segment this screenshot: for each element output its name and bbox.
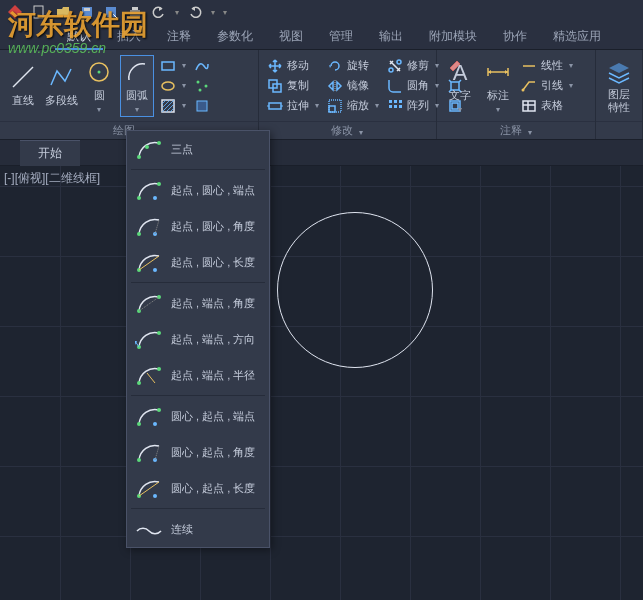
svg-rect-4 — [130, 10, 140, 16]
tab-view[interactable]: 视图 — [267, 24, 315, 49]
arc-continue[interactable]: 连续 — [127, 511, 269, 547]
svg-line-6 — [13, 67, 33, 87]
move-button[interactable]: 移动 — [265, 57, 321, 75]
arc-start-center-length[interactable]: 起点 , 圆心 , 长度 — [127, 244, 269, 280]
svg-text:A: A — [452, 60, 467, 85]
doc-tab-start[interactable]: 开始 — [20, 140, 80, 166]
panel-annotation-label: 注释 — [500, 123, 522, 138]
polyline-label: 多段线 — [45, 93, 78, 108]
copy-button[interactable]: 复制 — [265, 77, 321, 95]
svg-point-44 — [137, 232, 141, 236]
fillet-button[interactable]: 圆角▾ — [385, 77, 441, 95]
saveas-icon[interactable] — [100, 2, 122, 22]
region-button[interactable] — [192, 97, 212, 115]
svg-rect-5 — [132, 7, 138, 10]
tab-insert[interactable]: 插入 — [105, 24, 153, 49]
scale-button[interactable]: 缩放▾ — [325, 97, 381, 115]
undo-icon[interactable] — [148, 2, 170, 22]
svg-rect-26 — [389, 105, 392, 108]
redo-dropdown-icon[interactable]: ▾ — [208, 2, 218, 22]
svg-rect-24 — [394, 100, 397, 103]
svg-point-39 — [145, 145, 149, 149]
arc-start-center-angle[interactable]: 起点 , 圆心 , 角度 — [127, 208, 269, 244]
arc-center-start-end[interactable]: 圆心 , 起点 , 端点 — [127, 398, 269, 434]
linear-button[interactable]: 线性▾ — [519, 57, 575, 75]
svg-point-34 — [521, 88, 524, 91]
arc-button[interactable]: 圆弧 ▾ — [120, 55, 154, 117]
svg-point-56 — [153, 422, 157, 426]
arc-start-end-radius[interactable]: 起点 , 端点 , 半径 — [127, 357, 269, 393]
tab-manage[interactable]: 管理 — [317, 24, 365, 49]
svg-rect-25 — [399, 100, 402, 103]
arc-center-start-angle[interactable]: 圆心 , 起点 , 角度 — [127, 434, 269, 470]
ribbon: 直线 多段线 圆 ▾ 圆弧 ▾ ▾ ▾ ▾ — [0, 50, 643, 140]
arc-start-center-end[interactable]: 起点 , 圆心 , 端点 — [127, 172, 269, 208]
svg-point-53 — [137, 381, 141, 385]
array-button[interactable]: 阵列▾ — [385, 97, 441, 115]
tab-annotate[interactable]: 注释 — [155, 24, 203, 49]
quick-access-toolbar: ▾ ▾ ▾ — [0, 0, 643, 24]
plot-icon[interactable] — [124, 2, 146, 22]
tab-addins[interactable]: 附加模块 — [417, 24, 489, 49]
ribbon-tabs: 默认 插入 注释 参数化 视图 管理 输出 附加模块 协作 精选应用 — [0, 24, 643, 50]
svg-rect-19 — [329, 106, 335, 112]
point-button[interactable] — [192, 77, 212, 95]
tab-collaborate[interactable]: 协作 — [491, 24, 539, 49]
table-button[interactable]: 表格 — [519, 97, 575, 115]
arc-start-end-direction[interactable]: 起点 , 端点 , 方向 — [127, 321, 269, 357]
panel-layers: 图层 特性 — [596, 50, 643, 139]
stretch-button[interactable]: 拉伸▾ — [265, 97, 321, 115]
view-label[interactable]: [-][俯视][二维线框] — [4, 170, 100, 187]
tab-featured[interactable]: 精选应用 — [541, 24, 613, 49]
dim-label: 标注 — [487, 88, 509, 103]
tab-default[interactable]: 默认 — [55, 24, 103, 49]
svg-point-41 — [137, 196, 141, 200]
qat-customize-icon[interactable]: ▾ — [220, 2, 230, 22]
ellipse-button[interactable]: ▾ — [158, 77, 188, 95]
mirror-button[interactable]: 镜像 — [325, 77, 381, 95]
new-icon[interactable] — [28, 2, 50, 22]
text-button[interactable]: A 文字 ▾ — [443, 58, 477, 114]
tab-output[interactable]: 输出 — [367, 24, 415, 49]
svg-point-42 — [153, 196, 157, 200]
svg-point-22 — [397, 60, 401, 64]
trim-button[interactable]: 修剪▾ — [385, 57, 441, 75]
leader-button[interactable]: 引线▾ — [519, 77, 575, 95]
svg-point-61 — [153, 494, 157, 498]
svg-rect-15 — [197, 101, 207, 111]
undo-dropdown-icon[interactable]: ▾ — [172, 2, 182, 22]
line-button[interactable]: 直线 — [6, 63, 40, 108]
dimension-button[interactable]: 标注 ▾ — [481, 58, 515, 114]
arc-center-start-length[interactable]: 圆心 , 起点 , 长度 — [127, 470, 269, 506]
rotate-button[interactable]: 旋转 — [325, 57, 381, 75]
document-tabs: 开始 + — [0, 140, 643, 166]
text-label: 文字 — [449, 88, 471, 103]
layer-props-label: 图层 特性 — [608, 88, 630, 112]
arc-start-end-angle[interactable]: 起点 , 端点 , 角度 — [127, 285, 269, 321]
line-label: 直线 — [12, 93, 34, 108]
svg-point-38 — [137, 155, 141, 159]
svg-point-43 — [157, 182, 161, 186]
svg-point-58 — [157, 408, 161, 412]
rectangle-button[interactable]: ▾ — [158, 57, 188, 75]
svg-point-21 — [389, 68, 393, 72]
app-menu-icon[interactable] — [4, 2, 26, 22]
svg-point-54 — [157, 367, 161, 371]
tab-parametric[interactable]: 参数化 — [205, 24, 265, 49]
svg-point-47 — [153, 268, 157, 272]
drawing-area[interactable]: [-][俯视][二维线框] — [0, 166, 643, 600]
svg-point-60 — [137, 458, 141, 462]
polyline-button[interactable]: 多段线 — [44, 63, 78, 108]
open-icon[interactable] — [52, 2, 74, 22]
svg-point-13 — [205, 84, 208, 87]
drawn-circle[interactable] — [277, 212, 433, 368]
spline-button[interactable] — [192, 57, 212, 75]
circle-button[interactable]: 圆 ▾ — [82, 58, 116, 114]
layer-properties-button[interactable]: 图层 特性 — [602, 58, 636, 112]
arc-3points[interactable]: 三点 — [127, 131, 269, 167]
hatch-button[interactable]: ▾ — [158, 97, 188, 115]
save-icon[interactable] — [76, 2, 98, 22]
svg-point-8 — [98, 70, 101, 73]
redo-icon[interactable] — [184, 2, 206, 22]
panel-modify-label: 修改 — [331, 123, 353, 138]
